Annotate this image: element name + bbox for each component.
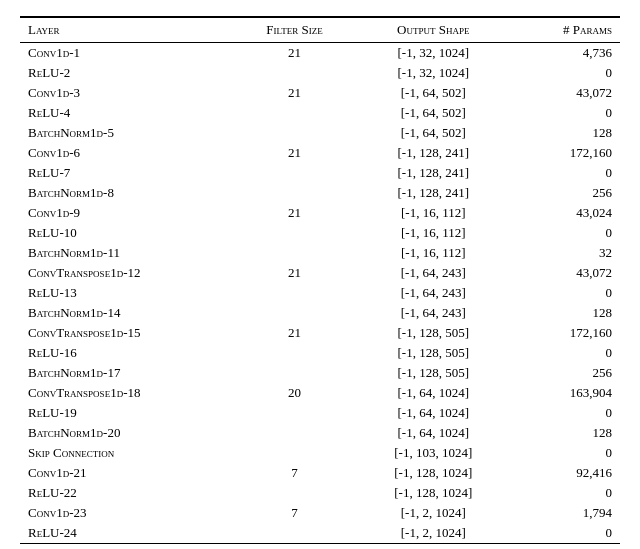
cell-params: 0 bbox=[512, 283, 620, 303]
cell-params: 4,736 bbox=[512, 43, 620, 64]
table-row: BatchNorm1d-8[-1, 128, 241]256 bbox=[20, 183, 620, 203]
cell-layer: ReLU-13 bbox=[20, 283, 234, 303]
cell-output: [-1, 128, 505] bbox=[355, 323, 512, 343]
cell-params: 0 bbox=[512, 103, 620, 123]
table-row: Conv1d-621[-1, 128, 241]172,160 bbox=[20, 143, 620, 163]
cell-output: [-1, 128, 241] bbox=[355, 143, 512, 163]
cell-output: [-1, 128, 1024] bbox=[355, 463, 512, 483]
cell-layer: Conv1d-9 bbox=[20, 203, 234, 223]
cell-params: 43,072 bbox=[512, 83, 620, 103]
header-output: Output Shape bbox=[355, 17, 512, 43]
table-row: ReLU-4[-1, 64, 502]0 bbox=[20, 103, 620, 123]
cell-params: 0 bbox=[512, 483, 620, 503]
cell-layer: Conv1d-3 bbox=[20, 83, 234, 103]
cell-params: 256 bbox=[512, 363, 620, 383]
cell-filter bbox=[234, 523, 355, 544]
cell-filter bbox=[234, 243, 355, 263]
cell-output: [-1, 64, 502] bbox=[355, 123, 512, 143]
cell-layer: BatchNorm1d-5 bbox=[20, 123, 234, 143]
cell-output: [-1, 64, 1024] bbox=[355, 383, 512, 403]
cell-filter bbox=[234, 303, 355, 323]
footer-value: 737,266 bbox=[512, 544, 620, 550]
footer-label: Total number of parameters: bbox=[20, 544, 512, 550]
cell-filter bbox=[234, 63, 355, 83]
cell-filter: 21 bbox=[234, 323, 355, 343]
cell-output: [-1, 32, 1024] bbox=[355, 63, 512, 83]
table-row: BatchNorm1d-14[-1, 64, 243]128 bbox=[20, 303, 620, 323]
cell-layer: BatchNorm1d-8 bbox=[20, 183, 234, 203]
table-row: ReLU-2[-1, 32, 1024]0 bbox=[20, 63, 620, 83]
cell-params: 92,416 bbox=[512, 463, 620, 483]
cell-filter bbox=[234, 183, 355, 203]
table-row: ReLU-22[-1, 128, 1024]0 bbox=[20, 483, 620, 503]
cell-output: [-1, 16, 112] bbox=[355, 203, 512, 223]
cell-output: [-1, 64, 1024] bbox=[355, 403, 512, 423]
cell-layer: ConvTranspose1d-15 bbox=[20, 323, 234, 343]
cell-params: 256 bbox=[512, 183, 620, 203]
cell-layer: ReLU-2 bbox=[20, 63, 234, 83]
footer-row: Total number of parameters: 737,266 bbox=[20, 544, 620, 550]
cell-filter bbox=[234, 403, 355, 423]
table-row: Conv1d-321[-1, 64, 502]43,072 bbox=[20, 83, 620, 103]
cell-layer: Conv1d-23 bbox=[20, 503, 234, 523]
cell-layer: BatchNorm1d-14 bbox=[20, 303, 234, 323]
cell-output: [-1, 64, 1024] bbox=[355, 423, 512, 443]
cell-filter bbox=[234, 363, 355, 383]
cell-layer: ReLU-22 bbox=[20, 483, 234, 503]
table-row: ReLU-10[-1, 16, 112]0 bbox=[20, 223, 620, 243]
cell-layer: BatchNorm1d-11 bbox=[20, 243, 234, 263]
cell-layer: BatchNorm1d-17 bbox=[20, 363, 234, 383]
cell-output: [-1, 16, 112] bbox=[355, 243, 512, 263]
cell-output: [-1, 64, 243] bbox=[355, 283, 512, 303]
cell-layer: ReLU-4 bbox=[20, 103, 234, 123]
cell-filter bbox=[234, 123, 355, 143]
cell-filter bbox=[234, 103, 355, 123]
cell-params: 172,160 bbox=[512, 143, 620, 163]
cell-layer: Conv1d-1 bbox=[20, 43, 234, 64]
cell-params: 32 bbox=[512, 243, 620, 263]
cell-filter: 21 bbox=[234, 43, 355, 64]
cell-filter bbox=[234, 163, 355, 183]
table-row: ReLU-16[-1, 128, 505]0 bbox=[20, 343, 620, 363]
table-row: Conv1d-237[-1, 2, 1024]1,794 bbox=[20, 503, 620, 523]
cell-layer: ConvTranspose1d-18 bbox=[20, 383, 234, 403]
cell-params: 128 bbox=[512, 123, 620, 143]
header-layer: Layer bbox=[20, 17, 234, 43]
cell-output: [-1, 32, 1024] bbox=[355, 43, 512, 64]
cell-params: 128 bbox=[512, 423, 620, 443]
table-row: ReLU-13[-1, 64, 243]0 bbox=[20, 283, 620, 303]
cell-params: 0 bbox=[512, 63, 620, 83]
cell-filter bbox=[234, 423, 355, 443]
cell-filter bbox=[234, 223, 355, 243]
cell-layer: Conv1d-6 bbox=[20, 143, 234, 163]
cell-params: 0 bbox=[512, 163, 620, 183]
cell-params: 0 bbox=[512, 223, 620, 243]
table-row: ReLU-7[-1, 128, 241]0 bbox=[20, 163, 620, 183]
cell-params: 0 bbox=[512, 343, 620, 363]
cell-params: 163,904 bbox=[512, 383, 620, 403]
cell-layer: Skip Connection bbox=[20, 443, 234, 463]
cell-output: [-1, 64, 243] bbox=[355, 263, 512, 283]
cell-output: [-1, 128, 241] bbox=[355, 183, 512, 203]
table-row: ConvTranspose1d-1820[-1, 64, 1024]163,90… bbox=[20, 383, 620, 403]
table-row: BatchNorm1d-20[-1, 64, 1024]128 bbox=[20, 423, 620, 443]
cell-layer: ReLU-24 bbox=[20, 523, 234, 544]
cell-filter: 21 bbox=[234, 203, 355, 223]
header-filter: Filter Size bbox=[234, 17, 355, 43]
cell-params: 0 bbox=[512, 403, 620, 423]
cell-output: [-1, 128, 505] bbox=[355, 363, 512, 383]
cell-params: 1,794 bbox=[512, 503, 620, 523]
table-row: Conv1d-217[-1, 128, 1024]92,416 bbox=[20, 463, 620, 483]
table-row: BatchNorm1d-17[-1, 128, 505]256 bbox=[20, 363, 620, 383]
table-row: Conv1d-121[-1, 32, 1024]4,736 bbox=[20, 43, 620, 64]
table-row: ConvTranspose1d-1221[-1, 64, 243]43,072 bbox=[20, 263, 620, 283]
cell-filter bbox=[234, 283, 355, 303]
cell-filter: 7 bbox=[234, 463, 355, 483]
table-row: ReLU-19[-1, 64, 1024]0 bbox=[20, 403, 620, 423]
cell-layer: ReLU-10 bbox=[20, 223, 234, 243]
cell-params: 43,024 bbox=[512, 203, 620, 223]
cell-layer: Conv1d-21 bbox=[20, 463, 234, 483]
cell-filter: 21 bbox=[234, 263, 355, 283]
cell-output: [-1, 103, 1024] bbox=[355, 443, 512, 463]
table-row: ConvTranspose1d-1521[-1, 128, 505]172,16… bbox=[20, 323, 620, 343]
